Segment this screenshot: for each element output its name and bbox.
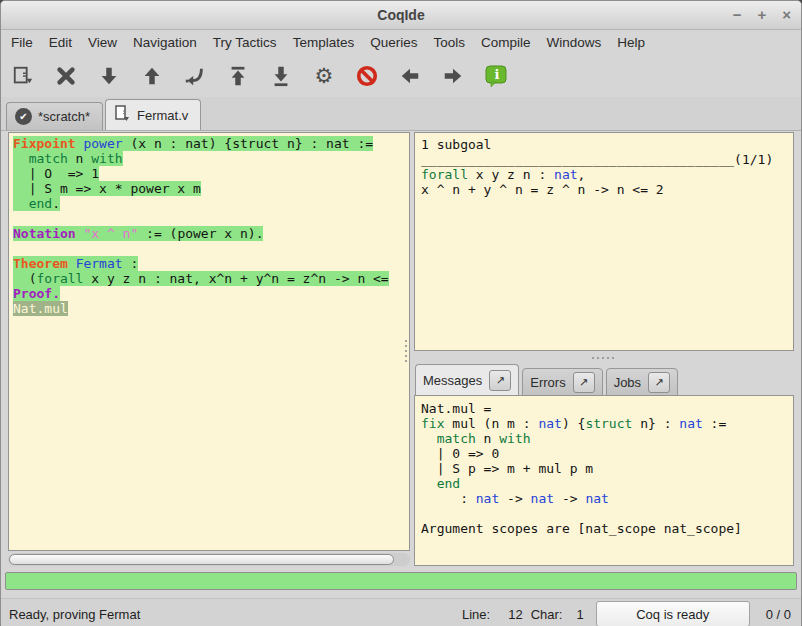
- menu-edit[interactable]: Edit: [49, 35, 72, 50]
- goto-cursor-button[interactable]: [183, 64, 207, 88]
- code-line: 1 subgoal: [421, 137, 787, 152]
- menu-file[interactable]: File: [11, 35, 33, 50]
- code-line: (forall x y z n : nat, x^n + y^n = z^n -…: [13, 271, 409, 286]
- window-controls: − + ×: [733, 1, 791, 29]
- status-right-cluster: Line: 12 Char: 1 Coq is ready 0 / 0: [462, 601, 791, 626]
- svg-text:i: i: [495, 67, 500, 82]
- code-line: match n with: [421, 431, 787, 446]
- run-to-end-icon: [270, 65, 292, 87]
- forward-button[interactable]: [441, 64, 465, 88]
- horizontal-scrollbar[interactable]: [8, 553, 410, 566]
- minimize-button[interactable]: −: [733, 1, 742, 29]
- code-line: [421, 506, 787, 521]
- tab-fermat-label: Fermat.v: [137, 108, 188, 123]
- code-line: : nat -> nat -> nat: [421, 491, 787, 506]
- tab-fermat[interactable]: Fermat.v: [105, 99, 201, 130]
- back-icon: [399, 65, 421, 87]
- back-button[interactable]: [398, 64, 422, 88]
- code-line: Nat.mul: [13, 301, 409, 316]
- tab-scratch[interactable]: ✔ *scratch*: [6, 102, 103, 130]
- menu-windows[interactable]: Windows: [546, 35, 601, 50]
- code-line: | S m => x * power x m: [13, 181, 409, 196]
- code-line: ________________________________________…: [421, 152, 787, 167]
- tab-jobs[interactable]: Jobs ↗: [606, 368, 678, 396]
- code-line: match n with: [13, 151, 409, 166]
- status-message: Ready, proving Fermat: [9, 607, 462, 622]
- code-line: forall x y z n : nat,: [421, 167, 787, 182]
- goals-pane[interactable]: 1 subgoal_______________________________…: [414, 132, 794, 351]
- tab-errors-label: Errors: [530, 375, 565, 390]
- title-bar[interactable]: CoqIde − + ×: [1, 1, 801, 30]
- line-value: 12: [508, 607, 522, 622]
- menu-tools[interactable]: Tools: [433, 35, 465, 50]
- interrupt-icon: [356, 65, 378, 87]
- menu-try-tactics[interactable]: Try Tactics: [213, 35, 277, 50]
- restart-icon: [227, 65, 249, 87]
- preferences-button[interactable]: ⚙: [312, 64, 336, 88]
- close-buffer-button[interactable]: [54, 64, 78, 88]
- message-tab-strip: Messages ↗ Errors ↗ Jobs ↗: [415, 365, 794, 396]
- code-line: Theorem Fermat :: [13, 256, 409, 271]
- step-forward-button[interactable]: [97, 64, 121, 88]
- close-icon: [55, 65, 77, 87]
- menu-view[interactable]: View: [88, 35, 117, 50]
- code-line: | O => 1: [13, 166, 409, 181]
- vertical-splitter-handle[interactable]: [405, 340, 407, 362]
- code-line: x ^ n + y ^ n = z ^ n -> n <= 2: [421, 182, 787, 197]
- code-line: [13, 241, 409, 256]
- detach-messages-button[interactable]: ↗: [489, 370, 511, 391]
- save-icon: [12, 65, 34, 87]
- code-line: | 0 => 0: [421, 446, 787, 461]
- char-value: 1: [576, 607, 583, 622]
- menu-bar: FileEditViewNavigationTry TacticsTemplat…: [1, 30, 801, 55]
- tab-messages[interactable]: Messages ↗: [415, 364, 519, 396]
- detach-errors-button[interactable]: ↗: [573, 372, 595, 393]
- detach-jobs-button[interactable]: ↗: [648, 372, 670, 393]
- horizontal-splitter-handle[interactable]: [592, 357, 614, 359]
- script-area: Fixpoint power (x n : nat) {struct n} : …: [8, 132, 410, 566]
- save-button[interactable]: [11, 64, 35, 88]
- code-line: fix mul (n m : nat) {struct n} : nat :=: [421, 416, 787, 431]
- coqide-window: CoqIde − + × FileEditViewNavigationTry T…: [0, 0, 802, 626]
- code-line: end.: [13, 196, 409, 211]
- code-line: end: [421, 476, 787, 491]
- code-line: Argument scopes are [nat_scope nat_scope…: [421, 521, 787, 536]
- forward-icon: [442, 65, 464, 87]
- menu-compile[interactable]: Compile: [481, 35, 531, 50]
- restart-button[interactable]: [226, 64, 250, 88]
- char-label: Char:: [531, 607, 563, 622]
- detach-icon: ↗: [579, 376, 588, 389]
- step-backward-icon: [141, 65, 163, 87]
- toolbar: ⚙ i: [1, 55, 801, 97]
- close-button[interactable]: ×: [782, 1, 791, 29]
- check-icon: ✔: [15, 108, 32, 125]
- tab-errors[interactable]: Errors ↗: [522, 368, 602, 396]
- window-title: CoqIde: [1, 1, 801, 29]
- line-label: Line:: [462, 607, 490, 622]
- code-line: Notation "x ^ n" := (power x n).: [13, 226, 409, 241]
- main-area: Fixpoint power (x n : nat) {struct n} : …: [1, 131, 801, 568]
- tab-messages-label: Messages: [423, 373, 482, 388]
- interrupt-button[interactable]: [355, 64, 379, 88]
- coq-status-text: Coq is ready: [636, 607, 709, 622]
- code-line: Fixpoint power (x n : nat) {struct n} : …: [13, 136, 409, 151]
- tab-jobs-label: Jobs: [614, 375, 641, 390]
- file-icon: [114, 105, 131, 125]
- menu-queries[interactable]: Queries: [370, 35, 417, 50]
- editor-tab-strip: ✔ *scratch* Fermat.v: [1, 97, 801, 131]
- menu-navigation[interactable]: Navigation: [133, 35, 197, 50]
- tab-scratch-label: *scratch*: [38, 109, 90, 124]
- detach-icon: ↗: [655, 376, 664, 389]
- menu-help[interactable]: Help: [617, 35, 645, 50]
- code-line: Proof.: [13, 286, 409, 301]
- scrollbar-thumb[interactable]: [9, 554, 394, 565]
- maximize-button[interactable]: +: [757, 1, 766, 29]
- script-editor[interactable]: Fixpoint power (x n : nat) {struct n} : …: [8, 132, 410, 551]
- messages-pane[interactable]: Nat.mul =fix mul (n m : nat) {struct n} …: [414, 395, 794, 566]
- step-backward-button[interactable]: [140, 64, 164, 88]
- run-to-end-button[interactable]: [269, 64, 293, 88]
- about-button[interactable]: i: [484, 64, 508, 88]
- step-forward-icon: [98, 65, 120, 87]
- code-line: Nat.mul =: [421, 401, 787, 416]
- menu-templates[interactable]: Templates: [293, 35, 355, 50]
